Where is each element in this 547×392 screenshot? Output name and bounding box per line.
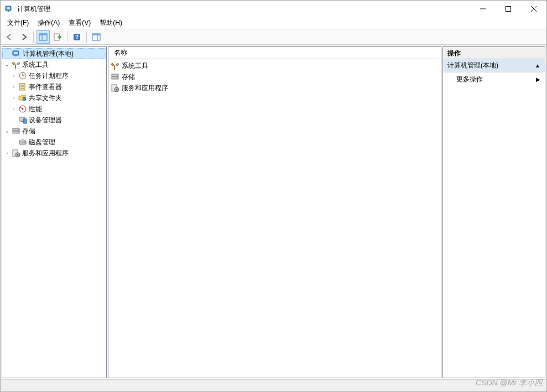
column-name[interactable]: 名称: [112, 47, 129, 59]
tree-event-viewer-label: 事件查看器: [29, 82, 62, 92]
tree-performance-label: 性能: [29, 104, 42, 114]
tree-task-scheduler-label: 任务计划程序: [29, 71, 69, 81]
content-area: ▶ 计算机管理(本地) ⌄ 系统工具 › 任务计划程序: [1, 45, 546, 379]
tree-pane[interactable]: ▶ 计算机管理(本地) ⌄ 系统工具 › 任务计划程序: [2, 46, 107, 378]
tools-icon: [12, 60, 20, 69]
svg-rect-5: [506, 7, 511, 12]
list-item-label: 系统工具: [122, 61, 148, 71]
actions-pane: 操作 计算机管理(本地) ▲ 更多操作 ▶: [442, 46, 545, 378]
list-item-system-tools[interactable]: 系统工具: [108, 60, 441, 71]
menu-view[interactable]: 查看(V): [64, 17, 95, 29]
svg-rect-33: [23, 119, 27, 123]
menubar: 文件(F) 操作(A) 查看(V) 帮助(H): [1, 17, 546, 29]
collapse-icon[interactable]: ▲: [535, 62, 540, 69]
toolbar: ?: [1, 29, 546, 45]
svg-point-30: [22, 108, 24, 110]
tools-icon: [111, 61, 119, 70]
tree-root[interactable]: ▶ 计算机管理(本地): [2, 48, 106, 59]
close-button[interactable]: [521, 1, 546, 17]
tree-shared-folders[interactable]: › 共享文件夹: [2, 92, 106, 103]
back-button[interactable]: [3, 30, 16, 44]
tree-system-tools-label: 系统工具: [22, 60, 49, 70]
help-button[interactable]: ?: [70, 30, 84, 44]
show-hide-action-pane-button[interactable]: [90, 30, 103, 44]
expand-icon[interactable]: ›: [10, 105, 18, 113]
menu-action[interactable]: 操作(A): [33, 17, 64, 29]
collapse-icon[interactable]: ⌄: [3, 127, 11, 135]
tree-storage[interactable]: ⌄ 存储: [2, 126, 106, 137]
tree-disk-management-label: 磁盘管理: [29, 138, 55, 147]
svg-rect-18: [14, 52, 18, 54]
svg-point-51: [116, 89, 118, 91]
maximize-button[interactable]: [496, 1, 521, 17]
export-list-button[interactable]: [51, 30, 64, 44]
svg-point-40: [24, 142, 25, 143]
menu-file[interactable]: 文件(F): [3, 17, 33, 29]
svg-point-39: [19, 140, 26, 142]
list-item-label: 服务和应用程序: [122, 83, 168, 93]
svg-point-47: [117, 75, 118, 76]
collapse-icon[interactable]: ⌄: [3, 61, 11, 69]
toolbar-separator: [67, 32, 67, 43]
tree-performance[interactable]: › 性能: [2, 103, 106, 114]
svg-point-36: [18, 129, 19, 130]
svg-rect-1: [7, 7, 10, 9]
tree-services-apps-label: 服务和应用程序: [22, 149, 69, 158]
shared-folder-icon: [18, 93, 27, 102]
computer-icon: [12, 49, 21, 58]
storage-icon: [12, 127, 20, 135]
app-icon: [5, 4, 14, 13]
actions-more-label: 更多操作: [456, 75, 483, 84]
toolbar-separator: [86, 32, 87, 43]
tree-device-manager[interactable]: › 设备管理器: [2, 114, 106, 126]
services-icon: [111, 83, 119, 92]
expand-icon[interactable]: ›: [10, 94, 18, 102]
list-body: 系统工具 存储 服务和应用程序: [108, 59, 441, 378]
tree-disk-management[interactable]: › 磁盘管理: [2, 137, 106, 148]
services-icon: [12, 149, 20, 158]
actions-section-label: 计算机管理(本地): [447, 61, 498, 70]
event-log-icon: [18, 82, 27, 91]
svg-rect-9: [39, 34, 47, 35]
clock-icon: [18, 71, 27, 80]
svg-rect-2: [8, 11, 9, 12]
storage-icon: [111, 72, 119, 81]
tree-root-label: 计算机管理(本地): [23, 49, 74, 59]
actions-header: 操作: [443, 47, 545, 59]
tree-services-apps[interactable]: › 服务和应用程序: [2, 148, 106, 159]
performance-icon: [18, 104, 27, 113]
statusbar: [1, 379, 546, 391]
forward-button[interactable]: [17, 30, 30, 44]
list-item-services-apps[interactable]: 服务和应用程序: [108, 82, 441, 93]
device-manager-icon: [18, 116, 27, 124]
disk-icon: [18, 138, 27, 147]
actions-more[interactable]: 更多操作 ▶: [443, 72, 545, 86]
svg-rect-3: [7, 12, 10, 12]
tree-storage-label: 存储: [22, 127, 35, 136]
expand-icon[interactable]: ›: [10, 83, 18, 91]
svg-rect-44: [114, 66, 115, 70]
list-item-label: 存储: [122, 72, 135, 82]
titlebar: 计算机管理: [1, 1, 546, 17]
svg-point-48: [117, 77, 118, 79]
show-hide-tree-button[interactable]: [37, 30, 50, 44]
tree-system-tools[interactable]: ⌄ 系统工具: [2, 59, 106, 70]
tree-device-manager-label: 设备管理器: [29, 116, 62, 125]
tree-task-scheduler[interactable]: › 任务计划程序: [2, 70, 106, 81]
toolbar-separator: [33, 32, 34, 43]
expand-icon[interactable]: ›: [10, 72, 18, 80]
svg-rect-20: [15, 65, 16, 69]
tree-shared-folders-label: 共享文件夹: [29, 93, 62, 103]
minimize-button[interactable]: [470, 1, 496, 17]
actions-section-title[interactable]: 计算机管理(本地) ▲: [443, 59, 545, 72]
tree-event-viewer[interactable]: › 事件查看器: [2, 81, 106, 92]
expand-icon[interactable]: ›: [3, 149, 11, 157]
column-header[interactable]: 名称: [108, 47, 441, 59]
chevron-right-icon: ▶: [536, 76, 540, 82]
menu-help[interactable]: 帮助(H): [95, 17, 127, 29]
svg-rect-32: [21, 121, 23, 122]
center-pane: 名称 系统工具 存储: [108, 46, 441, 378]
list-item-storage[interactable]: 存储: [108, 71, 441, 82]
svg-rect-19: [15, 55, 17, 56]
svg-rect-15: [92, 34, 100, 35]
